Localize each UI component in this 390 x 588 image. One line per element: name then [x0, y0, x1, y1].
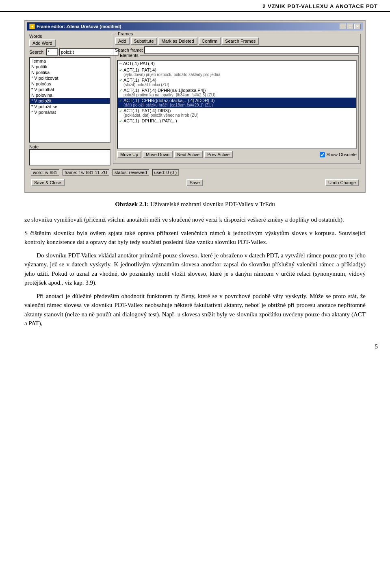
element-item[interactable]: − ACT(.1) PAT(.4)	[118, 61, 356, 67]
paragraph-4: Při anotaci je důležité především ohodno…	[24, 292, 366, 328]
note-label: Note	[29, 144, 110, 149]
confirm-button[interactable]: Confirm	[199, 37, 221, 45]
search-frame-label: Search frame:	[115, 48, 143, 52]
list-item[interactable]: * V položit se	[30, 104, 110, 109]
check-icon: ✓	[119, 88, 122, 93]
check-icon: ✓	[119, 68, 122, 72]
search-frames-button[interactable]: Search Frames	[222, 37, 259, 45]
show-obsolete-label[interactable]: Show Obsolete	[320, 152, 357, 157]
element-text: ACT(.1) PAT(.4) (složit) položil funkci …	[124, 78, 355, 87]
search-label: Search:	[29, 50, 45, 54]
element-text: ACT(.1) PAT(.4) (vybudovat) přijetí rozp…	[124, 68, 355, 77]
frames-group-label: Frames	[117, 31, 134, 36]
status-used: used: 0 (0 )	[152, 169, 179, 176]
paragraph-1: ze slovníku vyměňovali (přičemž všichni …	[24, 215, 366, 224]
add-word-button[interactable]: Add Word	[29, 39, 56, 47]
search-word-input[interactable]	[59, 48, 119, 56]
maximize-button[interactable]: □	[347, 24, 353, 29]
element-text: ACT(.1) DPHR(...) PAT(...)	[124, 118, 355, 123]
element-text: ACT(.1) CPHR({dotaz,otázka,...}.4) ADDR(…	[124, 98, 355, 107]
frames-toolbar: Add Substitute Mark as Deleted Confirm S…	[115, 37, 359, 45]
minus-icon: −	[119, 61, 122, 67]
status-word: word: w-881	[31, 169, 59, 176]
bottom-buttons: Save & Close Save Undo Change	[29, 177, 361, 188]
check-icon: ✓	[119, 119, 122, 123]
window-titlebar: ✦ Frame editor: Zdena Urešová (modified)…	[27, 22, 363, 30]
elements-group-label: Elements	[119, 53, 140, 58]
list-item[interactable]: lemma	[30, 58, 110, 64]
window-title: Frame editor: Zdena Urešová (modified)	[37, 24, 121, 29]
page-number: 5	[0, 340, 390, 353]
search-frame-row: Search frame:	[115, 46, 359, 54]
search-star-input[interactable]	[46, 48, 58, 56]
check-icon: ✓	[119, 98, 122, 103]
save-close-button[interactable]: Save & Close	[31, 179, 65, 186]
paragraph-3: Do slovníku PDT-Vallex vkládal anotátor …	[24, 251, 366, 287]
note-section: Note	[29, 144, 110, 166]
element-item[interactable]: ✓ ACT(.1) PAT(.4) (vybudovat) přijetí ro…	[118, 67, 356, 77]
element-item[interactable]: ✓ ACT(.1) DPHR(...) PAT(...)	[118, 118, 356, 124]
list-item[interactable]: * V pololhát	[30, 87, 110, 92]
frames-panel: Frames Add Substitute Mark as Deleted Co…	[113, 34, 361, 166]
next-active-button[interactable]: Next Active	[174, 151, 203, 158]
show-obsolete-checkbox[interactable]	[320, 152, 325, 157]
status-frame: frame: f-w-881-11-ZU	[63, 169, 109, 176]
elements-list[interactable]: − ACT(.1) PAT(.4) ✓ ACT(.1) PAT(.4) (vyb…	[117, 60, 357, 149]
figure-caption: Obrázek 2.1: Uživatelské rozhraní slovní…	[24, 201, 366, 208]
window-body: Words Add Word Search: lemma N politik N…	[27, 31, 363, 190]
list-item[interactable]: * V pomáhat	[30, 109, 110, 115]
figure-screenshot: ✦ Frame editor: Zdena Urešová (modified)…	[24, 20, 366, 193]
list-item[interactable]: N politika	[30, 70, 110, 75]
list-item[interactable]: N politik	[30, 64, 110, 70]
search-frame-input[interactable]	[144, 46, 359, 54]
save-button[interactable]: Save	[186, 179, 203, 186]
frames-group: Frames Add Substitute Mark as Deleted Co…	[113, 34, 361, 164]
check-icon: ✓	[119, 78, 122, 83]
check-icon: ✓	[119, 109, 122, 113]
window-icon: ✦	[29, 24, 35, 29]
element-item[interactable]: ✓ ACT(.1) PAT(.4) (složit) položil funkc…	[118, 77, 356, 87]
move-down-button[interactable]: Move Down	[143, 151, 173, 158]
element-text: ACT(.1) PAT(.4) DIR3() (pokládat, dát) p…	[124, 108, 355, 118]
undo-change-button[interactable]: Undo Change	[325, 179, 359, 186]
substitute-button[interactable]: Substitute	[131, 37, 157, 45]
list-item-selected[interactable]: * V položit	[30, 98, 110, 104]
status-status: status: reviewed	[113, 169, 149, 176]
chapter-title: 2 VZNIK PDT-VALLEXU A ANOTACE PDT	[262, 3, 378, 9]
show-obsolete-text: Show Obsolete	[326, 152, 357, 157]
status-bar: word: w-881 frame: f-w-881-11-ZU status:…	[29, 168, 361, 176]
words-list[interactable]: lemma N politik N politika * V politizov…	[29, 57, 110, 143]
list-item[interactable]: N poločas	[30, 81, 110, 87]
list-item[interactable]: * V politizovat	[30, 75, 110, 81]
element-text: ACT(.1) PAT(.4) DPHR(na-1[lopatka.P4]) p…	[124, 88, 355, 97]
note-textarea[interactable]	[29, 149, 110, 166]
elements-nav: Move Up Move Down Next Active Prev Activ…	[117, 151, 357, 158]
elements-group: Elements − ACT(.1) PAT(.4) ✓	[115, 55, 359, 160]
words-panel: Words Add Word Search: lemma N politik N…	[29, 34, 110, 166]
element-item-selected[interactable]: ✓ ACT(.1) CPHR({dotaz,otázka,...}.4) ADD…	[118, 98, 356, 108]
window-controls[interactable]: _ □ ✕	[340, 24, 361, 29]
move-up-button[interactable]: Move Up	[117, 151, 141, 158]
chapter-header: 2 VZNIK PDT-VALLEXU A ANOTACE PDT	[0, 0, 390, 12]
element-item[interactable]: ✓ ACT(.1) PAT(.4) DPHR(na-1[lopatka.P4])…	[118, 87, 356, 98]
mark-deleted-button[interactable]: Mark as Deleted	[158, 37, 197, 45]
figure-caption-text: Uživatelské rozhraní slovníku PDT-Vallex…	[150, 201, 275, 207]
paragraph-2: S čištěním slovníku byla ovšem spjata ta…	[24, 229, 366, 247]
list-item[interactable]: N polovina	[30, 92, 110, 98]
words-panel-label: Words	[29, 34, 110, 39]
figure-number: Obrázek 2.1:	[115, 201, 149, 207]
close-button[interactable]: ✕	[354, 24, 361, 29]
add-frame-button[interactable]: Add	[115, 37, 130, 45]
element-item[interactable]: ✓ ACT(.1) PAT(.4) DIR3() (pokládat, dát)…	[118, 108, 356, 118]
prev-active-button[interactable]: Prev Active	[204, 151, 233, 158]
element-text: ACT(.1) PAT(.4)	[123, 61, 355, 66]
minimize-button[interactable]: _	[340, 24, 346, 29]
body-text: ze slovníku vyměňovali (přičemž všichni …	[24, 215, 366, 328]
